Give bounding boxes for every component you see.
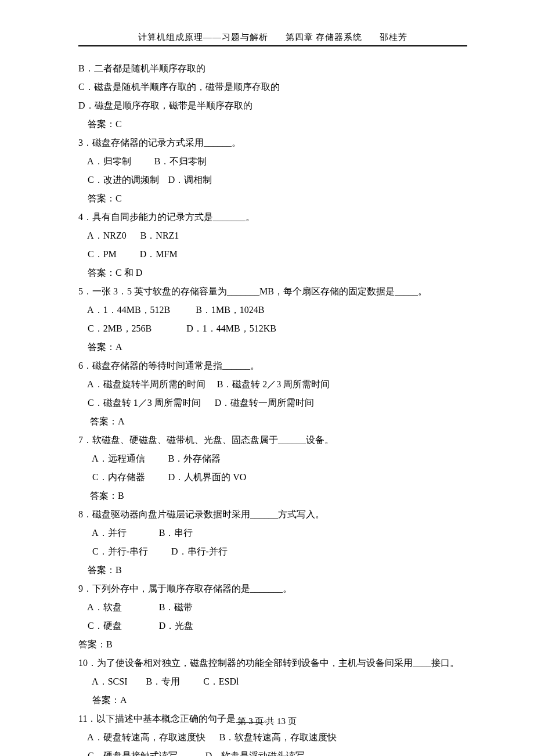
text-line: 3．磁盘存储器的记录方式采用______。 <box>78 134 467 152</box>
text-line: 答案：B <box>78 487 467 505</box>
text-line: A．SCSI B．专用 C．ESDl <box>78 672 467 691</box>
document-body: B．二者都是随机半顺序存取的 C．磁盘是随机半顺序存取的，磁带是顺序存取的 D．… <box>78 59 467 756</box>
text-line: 9．下列外存中，属于顺序存取存储器的是_______。 <box>78 579 467 598</box>
page-footer: 第 3 页 共 13 页 <box>0 716 534 727</box>
text-line: C．硬盘是接触式读写 D．软盘是浮动磁头读写 <box>78 747 467 756</box>
page-header: 计算机组成原理——习题与解析第四章 存储器系统邵桂芳 <box>78 32 467 45</box>
text-line: B．二者都是随机半顺序存取的 <box>78 59 467 78</box>
text-line: C．并行-串行 D．串行-并行 <box>78 542 467 561</box>
text-line: 7．软磁盘、硬磁盘、磁带机、光盘、固态盘属于______设备。 <box>78 431 467 449</box>
text-line: 8．磁盘驱动器向盘片磁层记录数据时采用______方式写入。 <box>78 505 467 524</box>
header-title: 计算机组成原理——习题与解析 <box>138 33 268 42</box>
header-author: 邵桂芳 <box>380 33 407 42</box>
text-line: C．硬盘 D．光盘 <box>78 617 467 635</box>
text-line: A．1．44MB，512B B．1MB，1024B <box>78 301 467 319</box>
text-line: 5．一张 3．5 英寸软盘的存储容量为_______MB，每个扇区存储的固定数据… <box>78 282 467 301</box>
text-line: C．PM D．MFM <box>78 245 467 264</box>
text-line: C．磁盘转 1／3 周所需时间 D．磁盘转一周所需时间 <box>78 394 467 412</box>
header-underline <box>78 45 467 46</box>
text-line: A．磁盘旋转半周所需的时间 B．磁盘转 2／3 周所需时间 <box>78 375 467 394</box>
text-line: C．磁盘是随机半顺序存取的，磁带是顺序存取的 <box>78 78 467 96</box>
text-line: A．NRZ0 B．NRZ1 <box>78 226 467 245</box>
text-line: 答案：C <box>78 115 467 134</box>
text-line: A．软盘 B．磁带 <box>78 598 467 617</box>
text-line: 答案：B <box>78 635 467 654</box>
text-line: A．并行 B．串行 <box>78 524 467 542</box>
text-line: D．磁盘是顺序存取，磁带是半顺序存取的 <box>78 96 467 115</box>
text-line: 答案：A <box>78 691 467 710</box>
text-line: 答案：A <box>78 338 467 357</box>
text-line: C．2MB，256B D．1．44MB，512KB <box>78 319 467 338</box>
text-line: 答案：A <box>78 412 467 431</box>
text-line: 10．为了使设备相对独立，磁盘控制器的功能全部转到设备中，主机与设备间采用___… <box>78 654 467 672</box>
text-line: C．改进的调频制 D．调相制 <box>78 171 467 189</box>
text-line: A．归零制 B．不归零制 <box>78 152 467 171</box>
text-line: C．内存储器 D．人机界面的 VO <box>78 468 467 487</box>
text-line: A．硬盘转速高，存取速度快 B．软盘转速高，存取速度快 <box>78 728 467 747</box>
text-line: 答案：C 和 D <box>78 264 467 282</box>
text-line: 答案：C <box>78 189 467 208</box>
text-line: 4．具有自同步能力的记录方式是_______。 <box>78 208 467 226</box>
text-line: 答案：B <box>78 561 467 579</box>
text-line: A．远程通信 B．外存储器 <box>78 449 467 468</box>
header-chapter: 第四章 存储器系统 <box>286 33 363 42</box>
text-line: 6．磁盘存储器的等待时间通常是指______。 <box>78 357 467 375</box>
